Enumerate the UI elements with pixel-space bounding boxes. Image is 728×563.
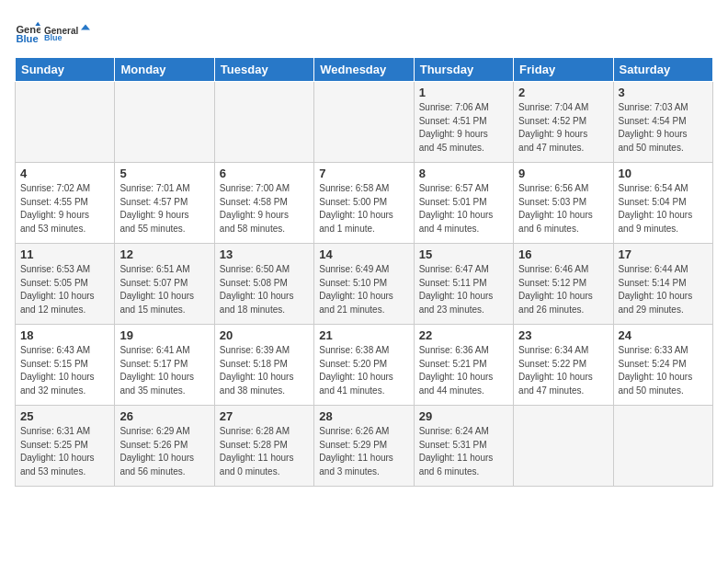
day-number: 2 — [518, 86, 608, 99]
day-info: Sunrise: 6:29 AM Sunset: 5:26 PM Dayligh… — [119, 425, 209, 478]
day-info: Sunrise: 6:47 AM Sunset: 5:11 PM Dayligh… — [419, 263, 508, 316]
day-number: 24 — [619, 328, 708, 342]
day-info: Sunrise: 6:34 AM Sunset: 5:22 PM Dayligh… — [518, 344, 608, 397]
day-info: Sunrise: 6:49 AM Sunset: 5:10 PM Dayligh… — [319, 263, 408, 316]
calendar-empty-cell — [115, 82, 214, 163]
weekday-header-thursday: Thursday — [414, 58, 513, 82]
calendar-week-row: 4Sunrise: 7:02 AM Sunset: 4:55 PM Daylig… — [16, 163, 713, 244]
day-number: 11 — [20, 247, 109, 261]
day-info: Sunrise: 6:54 AM Sunset: 5:04 PM Dayligh… — [619, 182, 708, 236]
day-number: 20 — [220, 328, 309, 342]
day-number: 16 — [518, 247, 608, 261]
day-info: Sunrise: 6:41 AM Sunset: 5:17 PM Dayligh… — [119, 344, 209, 397]
calendar-day-10: 10Sunrise: 6:54 AM Sunset: 5:04 PM Dayli… — [613, 163, 712, 244]
calendar-day-5: 5Sunrise: 7:01 AM Sunset: 4:57 PM Daylig… — [115, 163, 214, 244]
calendar-day-2: 2Sunrise: 7:04 AM Sunset: 4:52 PM Daylig… — [514, 82, 613, 163]
day-number: 7 — [319, 167, 408, 180]
day-number: 29 — [419, 409, 508, 423]
day-number: 14 — [319, 247, 408, 261]
calendar-day-22: 22Sunrise: 6:36 AM Sunset: 5:21 PM Dayli… — [414, 325, 513, 406]
day-info: Sunrise: 6:58 AM Sunset: 5:00 PM Dayligh… — [319, 182, 408, 236]
calendar-day-23: 23Sunrise: 6:34 AM Sunset: 5:22 PM Dayli… — [514, 325, 613, 406]
calendar-empty-cell — [314, 82, 414, 163]
weekday-header-friday: Friday — [514, 58, 613, 82]
day-info: Sunrise: 6:28 AM Sunset: 5:28 PM Dayligh… — [220, 425, 309, 478]
day-info: Sunrise: 6:51 AM Sunset: 5:07 PM Dayligh… — [119, 263, 209, 316]
calendar-body: 1Sunrise: 7:06 AM Sunset: 4:51 PM Daylig… — [16, 82, 713, 487]
day-number: 19 — [119, 328, 209, 342]
day-info: Sunrise: 6:31 AM Sunset: 5:25 PM Dayligh… — [20, 425, 109, 478]
day-info: Sunrise: 7:04 AM Sunset: 4:52 PM Dayligh… — [518, 101, 608, 155]
day-number: 9 — [518, 167, 608, 180]
day-info: Sunrise: 7:03 AM Sunset: 4:54 PM Dayligh… — [619, 101, 708, 155]
day-info: Sunrise: 6:53 AM Sunset: 5:05 PM Dayligh… — [20, 263, 109, 316]
calendar-day-9: 9Sunrise: 6:56 AM Sunset: 5:03 PM Daylig… — [514, 163, 613, 244]
weekday-header-saturday: Saturday — [613, 58, 712, 82]
day-number: 4 — [20, 167, 109, 180]
logo-svg: General Blue — [44, 15, 90, 50]
calendar-empty-cell — [613, 406, 712, 487]
weekday-header-monday: Monday — [115, 58, 214, 82]
svg-marker-5 — [81, 25, 90, 30]
calendar-day-8: 8Sunrise: 6:57 AM Sunset: 5:01 PM Daylig… — [414, 163, 513, 244]
day-number: 8 — [419, 167, 508, 180]
day-info: Sunrise: 6:46 AM Sunset: 5:12 PM Dayligh… — [518, 263, 608, 316]
day-number: 27 — [220, 409, 309, 423]
day-info: Sunrise: 6:36 AM Sunset: 5:21 PM Dayligh… — [419, 344, 508, 397]
day-number: 22 — [419, 328, 508, 342]
calendar-day-18: 18Sunrise: 6:43 AM Sunset: 5:15 PM Dayli… — [16, 325, 115, 406]
day-info: Sunrise: 7:01 AM Sunset: 4:57 PM Dayligh… — [119, 182, 209, 236]
day-number: 21 — [319, 328, 408, 342]
calendar-empty-cell — [214, 82, 313, 163]
calendar-week-row: 1Sunrise: 7:06 AM Sunset: 4:51 PM Daylig… — [16, 82, 713, 163]
calendar-empty-cell — [514, 406, 613, 487]
calendar-table: SundayMondayTuesdayWednesdayThursdayFrid… — [15, 57, 713, 487]
day-number: 17 — [619, 247, 708, 261]
day-info: Sunrise: 6:39 AM Sunset: 5:18 PM Dayligh… — [220, 344, 309, 397]
calendar-day-3: 3Sunrise: 7:03 AM Sunset: 4:54 PM Daylig… — [613, 82, 712, 163]
calendar-day-25: 25Sunrise: 6:31 AM Sunset: 5:25 PM Dayli… — [16, 406, 115, 487]
day-info: Sunrise: 7:00 AM Sunset: 4:58 PM Dayligh… — [220, 182, 309, 236]
calendar-day-4: 4Sunrise: 7:02 AM Sunset: 4:55 PM Daylig… — [16, 163, 115, 244]
day-info: Sunrise: 6:56 AM Sunset: 5:03 PM Dayligh… — [518, 182, 608, 236]
calendar-day-20: 20Sunrise: 6:39 AM Sunset: 5:18 PM Dayli… — [214, 325, 313, 406]
calendar-day-21: 21Sunrise: 6:38 AM Sunset: 5:20 PM Dayli… — [314, 325, 414, 406]
calendar-day-17: 17Sunrise: 6:44 AM Sunset: 5:14 PM Dayli… — [613, 244, 712, 325]
day-number: 18 — [20, 328, 109, 342]
weekday-header-sunday: Sunday — [16, 58, 115, 82]
day-number: 26 — [119, 409, 209, 423]
day-info: Sunrise: 6:24 AM Sunset: 5:31 PM Dayligh… — [419, 425, 508, 478]
svg-text:Blue: Blue — [16, 33, 38, 44]
day-info: Sunrise: 6:26 AM Sunset: 5:29 PM Dayligh… — [319, 425, 408, 478]
day-info: Sunrise: 6:57 AM Sunset: 5:01 PM Dayligh… — [419, 182, 508, 236]
calendar-header: SundayMondayTuesdayWednesdayThursdayFrid… — [16, 58, 713, 82]
day-number: 5 — [119, 167, 209, 180]
logo: General Blue General Blue — [15, 15, 90, 50]
calendar-day-12: 12Sunrise: 6:51 AM Sunset: 5:07 PM Dayli… — [115, 244, 214, 325]
calendar-week-row: 18Sunrise: 6:43 AM Sunset: 5:15 PM Dayli… — [16, 325, 713, 406]
logo-wordmark: General Blue — [44, 15, 90, 50]
calendar-day-1: 1Sunrise: 7:06 AM Sunset: 4:51 PM Daylig… — [414, 82, 513, 163]
day-number: 12 — [119, 247, 209, 261]
calendar-day-7: 7Sunrise: 6:58 AM Sunset: 5:00 PM Daylig… — [314, 163, 414, 244]
day-info: Sunrise: 7:06 AM Sunset: 4:51 PM Dayligh… — [419, 101, 508, 155]
calendar-week-row: 11Sunrise: 6:53 AM Sunset: 5:05 PM Dayli… — [16, 244, 713, 325]
calendar-day-15: 15Sunrise: 6:47 AM Sunset: 5:11 PM Dayli… — [414, 244, 513, 325]
day-info: Sunrise: 6:33 AM Sunset: 5:24 PM Dayligh… — [619, 344, 708, 397]
day-number: 13 — [220, 247, 309, 261]
calendar-day-6: 6Sunrise: 7:00 AM Sunset: 4:58 PM Daylig… — [214, 163, 313, 244]
day-number: 15 — [419, 247, 508, 261]
day-info: Sunrise: 6:50 AM Sunset: 5:08 PM Dayligh… — [220, 263, 309, 316]
day-info: Sunrise: 7:02 AM Sunset: 4:55 PM Dayligh… — [20, 182, 109, 236]
day-number: 3 — [619, 86, 708, 99]
weekday-header-tuesday: Tuesday — [214, 58, 313, 82]
calendar-day-27: 27Sunrise: 6:28 AM Sunset: 5:28 PM Dayli… — [214, 406, 313, 487]
day-number: 10 — [619, 167, 708, 180]
svg-text:Blue: Blue — [44, 33, 63, 42]
weekday-header-row: SundayMondayTuesdayWednesdayThursdayFrid… — [16, 58, 713, 82]
calendar-day-14: 14Sunrise: 6:49 AM Sunset: 5:10 PM Dayli… — [314, 244, 414, 325]
calendar-day-24: 24Sunrise: 6:33 AM Sunset: 5:24 PM Dayli… — [613, 325, 712, 406]
calendar-day-13: 13Sunrise: 6:50 AM Sunset: 5:08 PM Dayli… — [214, 244, 313, 325]
calendar-week-row: 25Sunrise: 6:31 AM Sunset: 5:25 PM Dayli… — [16, 406, 713, 487]
logo-icon: General Blue — [15, 19, 40, 45]
